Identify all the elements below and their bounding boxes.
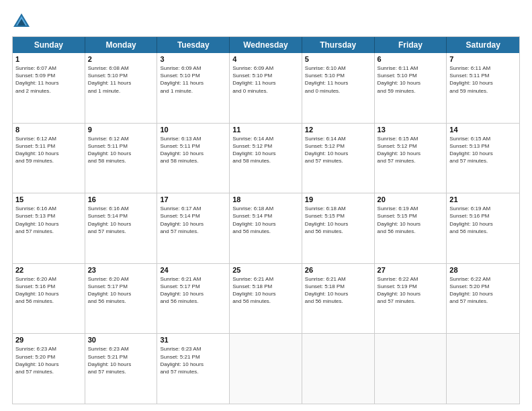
day-number: 2: [88, 55, 154, 63]
day-number: 22: [15, 266, 82, 274]
day-info: Sunrise: 6:12 AMSunset: 5:11 PMDaylight:…: [88, 135, 154, 165]
calendar-row-2: 8Sunrise: 6:12 AMSunset: 5:11 PMDaylight…: [13, 124, 519, 194]
day-cell-25: 25Sunrise: 6:21 AMSunset: 5:18 PMDayligh…: [230, 264, 302, 334]
day-info: Sunrise: 6:20 AMSunset: 5:16 PMDaylight:…: [15, 275, 82, 306]
day-number: 7: [449, 55, 517, 63]
day-cell-14: 14Sunrise: 6:15 AMSunset: 5:13 PMDayligh…: [447, 124, 519, 193]
day-cell-27: 27Sunrise: 6:22 AMSunset: 5:19 PMDayligh…: [375, 264, 447, 334]
day-number: 26: [305, 266, 371, 274]
day-cell-1: 1Sunrise: 6:07 AMSunset: 5:09 PMDaylight…: [13, 53, 85, 123]
day-cell-3: 3Sunrise: 6:09 AMSunset: 5:10 PMDaylight…: [157, 53, 230, 123]
day-number: 31: [160, 336, 226, 344]
day-cell-21: 21Sunrise: 6:19 AMSunset: 5:16 PMDayligh…: [447, 193, 519, 263]
day-number: 16: [88, 195, 154, 203]
day-info: Sunrise: 6:19 AMSunset: 5:16 PMDaylight:…: [449, 205, 517, 235]
day-cell-30: 30Sunrise: 6:23 AMSunset: 5:21 PMDayligh…: [85, 334, 158, 404]
day-info: Sunrise: 6:09 AMSunset: 5:10 PMDaylight:…: [232, 64, 299, 95]
day-info: Sunrise: 6:14 AMSunset: 5:12 PMDaylight:…: [305, 135, 371, 165]
calendar-body: 1Sunrise: 6:07 AMSunset: 5:09 PMDaylight…: [13, 53, 519, 404]
day-number: 25: [232, 266, 299, 274]
header-day-saturday: Saturday: [447, 37, 519, 53]
empty-cell: [302, 334, 375, 404]
day-info: Sunrise: 6:22 AMSunset: 5:20 PMDaylight:…: [449, 275, 517, 306]
day-info: Sunrise: 6:11 AMSunset: 5:10 PMDaylight:…: [378, 64, 444, 95]
day-info: Sunrise: 6:18 AMSunset: 5:14 PMDaylight:…: [232, 205, 299, 235]
header-day-friday: Friday: [375, 37, 447, 53]
day-number: 24: [160, 266, 226, 274]
day-info: Sunrise: 6:14 AMSunset: 5:12 PMDaylight:…: [232, 135, 299, 165]
day-number: 11: [232, 126, 299, 134]
header: [12, 12, 520, 31]
day-number: 1: [15, 55, 82, 63]
day-number: 27: [378, 266, 444, 274]
day-number: 6: [378, 55, 444, 63]
day-number: 9: [88, 126, 154, 134]
day-info: Sunrise: 6:22 AMSunset: 5:19 PMDaylight:…: [378, 275, 444, 306]
day-info: Sunrise: 6:13 AMSunset: 5:11 PMDaylight:…: [160, 135, 226, 165]
day-cell-31: 31Sunrise: 6:23 AMSunset: 5:21 PMDayligh…: [157, 334, 230, 404]
page: SundayMondayTuesdayWednesdayThursdayFrid…: [0, 0, 532, 411]
calendar-row-1: 1Sunrise: 6:07 AMSunset: 5:09 PMDaylight…: [13, 53, 519, 124]
day-info: Sunrise: 6:21 AMSunset: 5:18 PMDaylight:…: [232, 275, 299, 306]
day-info: Sunrise: 6:08 AMSunset: 5:10 PMDaylight:…: [88, 64, 154, 95]
header-day-tuesday: Tuesday: [157, 37, 230, 53]
day-cell-29: 29Sunrise: 6:23 AMSunset: 5:20 PMDayligh…: [13, 334, 85, 404]
day-number: 10: [160, 126, 226, 134]
day-info: Sunrise: 6:17 AMSunset: 5:14 PMDaylight:…: [160, 205, 226, 235]
day-info: Sunrise: 6:16 AMSunset: 5:14 PMDaylight:…: [88, 205, 154, 235]
day-cell-7: 7Sunrise: 6:11 AMSunset: 5:11 PMDaylight…: [447, 53, 519, 123]
empty-cell: [230, 334, 302, 404]
day-number: 14: [449, 126, 517, 134]
day-cell-16: 16Sunrise: 6:16 AMSunset: 5:14 PMDayligh…: [85, 193, 158, 263]
day-cell-24: 24Sunrise: 6:21 AMSunset: 5:17 PMDayligh…: [157, 264, 230, 334]
day-cell-9: 9Sunrise: 6:12 AMSunset: 5:11 PMDaylight…: [85, 124, 158, 193]
logo: [12, 12, 34, 31]
empty-cell: [375, 334, 447, 404]
day-cell-5: 5Sunrise: 6:10 AMSunset: 5:10 PMDaylight…: [302, 53, 375, 123]
day-info: Sunrise: 6:18 AMSunset: 5:15 PMDaylight:…: [305, 205, 371, 235]
day-number: 5: [305, 55, 371, 63]
header-day-thursday: Thursday: [302, 37, 375, 53]
day-info: Sunrise: 6:16 AMSunset: 5:13 PMDaylight:…: [15, 205, 82, 235]
day-info: Sunrise: 6:10 AMSunset: 5:10 PMDaylight:…: [305, 64, 371, 95]
calendar-row-4: 22Sunrise: 6:20 AMSunset: 5:16 PMDayligh…: [13, 264, 519, 334]
logo-icon: [12, 12, 31, 31]
day-cell-20: 20Sunrise: 6:19 AMSunset: 5:15 PMDayligh…: [375, 193, 447, 263]
calendar-row-3: 15Sunrise: 6:16 AMSunset: 5:13 PMDayligh…: [13, 193, 519, 264]
day-cell-6: 6Sunrise: 6:11 AMSunset: 5:10 PMDaylight…: [375, 53, 447, 123]
day-info: Sunrise: 6:19 AMSunset: 5:15 PMDaylight:…: [378, 205, 444, 235]
day-cell-28: 28Sunrise: 6:22 AMSunset: 5:20 PMDayligh…: [447, 264, 519, 334]
day-info: Sunrise: 6:23 AMSunset: 5:20 PMDaylight:…: [15, 345, 82, 375]
calendar-header: SundayMondayTuesdayWednesdayThursdayFrid…: [13, 37, 519, 53]
day-cell-8: 8Sunrise: 6:12 AMSunset: 5:11 PMDaylight…: [13, 124, 85, 193]
day-cell-2: 2Sunrise: 6:08 AMSunset: 5:10 PMDaylight…: [85, 53, 158, 123]
day-cell-22: 22Sunrise: 6:20 AMSunset: 5:16 PMDayligh…: [13, 264, 85, 334]
day-number: 28: [449, 266, 517, 274]
calendar-row-5: 29Sunrise: 6:23 AMSunset: 5:20 PMDayligh…: [13, 334, 519, 404]
day-info: Sunrise: 6:23 AMSunset: 5:21 PMDaylight:…: [88, 345, 154, 375]
day-cell-11: 11Sunrise: 6:14 AMSunset: 5:12 PMDayligh…: [230, 124, 302, 193]
day-cell-13: 13Sunrise: 6:15 AMSunset: 5:12 PMDayligh…: [375, 124, 447, 193]
day-number: 23: [88, 266, 154, 274]
header-day-monday: Monday: [85, 37, 158, 53]
day-cell-19: 19Sunrise: 6:18 AMSunset: 5:15 PMDayligh…: [302, 193, 375, 263]
day-number: 29: [15, 336, 82, 344]
day-cell-17: 17Sunrise: 6:17 AMSunset: 5:14 PMDayligh…: [157, 193, 230, 263]
day-number: 19: [305, 195, 371, 203]
day-number: 3: [160, 55, 226, 63]
day-info: Sunrise: 6:11 AMSunset: 5:11 PMDaylight:…: [449, 64, 517, 95]
day-number: 8: [15, 126, 82, 134]
day-info: Sunrise: 6:12 AMSunset: 5:11 PMDaylight:…: [15, 135, 82, 165]
day-number: 30: [88, 336, 154, 344]
day-cell-12: 12Sunrise: 6:14 AMSunset: 5:12 PMDayligh…: [302, 124, 375, 193]
day-info: Sunrise: 6:21 AMSunset: 5:18 PMDaylight:…: [305, 275, 371, 306]
day-number: 4: [232, 55, 299, 63]
day-info: Sunrise: 6:15 AMSunset: 5:13 PMDaylight:…: [449, 135, 517, 165]
day-number: 15: [15, 195, 82, 203]
day-info: Sunrise: 6:23 AMSunset: 5:21 PMDaylight:…: [160, 345, 226, 375]
empty-cell: [447, 334, 519, 404]
day-info: Sunrise: 6:07 AMSunset: 5:09 PMDaylight:…: [15, 64, 82, 95]
day-info: Sunrise: 6:15 AMSunset: 5:12 PMDaylight:…: [378, 135, 444, 165]
day-cell-26: 26Sunrise: 6:21 AMSunset: 5:18 PMDayligh…: [302, 264, 375, 334]
day-cell-23: 23Sunrise: 6:20 AMSunset: 5:17 PMDayligh…: [85, 264, 158, 334]
